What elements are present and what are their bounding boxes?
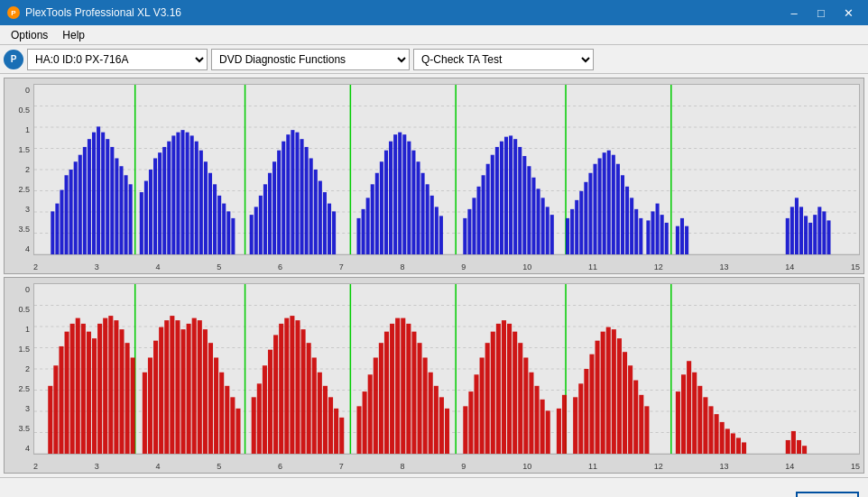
maximize-button[interactable]: □: [808, 4, 834, 22]
svg-rect-178: [153, 341, 158, 454]
title-bar-left: P PlexTools Professional XL V3.16: [7, 6, 181, 19]
svg-rect-173: [119, 329, 124, 454]
svg-rect-196: [263, 365, 267, 454]
drive-icon: P: [4, 50, 23, 69]
close-button[interactable]: ✕: [836, 4, 861, 22]
svg-rect-16: [60, 190, 63, 254]
svg-rect-265: [703, 397, 707, 454]
svg-rect-92: [467, 209, 471, 254]
svg-rect-51: [226, 211, 230, 254]
svg-rect-184: [187, 324, 191, 454]
svg-rect-264: [697, 386, 702, 454]
svg-rect-192: [230, 397, 235, 454]
svg-rect-243: [546, 410, 550, 454]
svg-rect-132: [665, 223, 669, 254]
svg-rect-121: [612, 155, 615, 254]
svg-rect-211: [356, 406, 361, 454]
svg-rect-182: [175, 320, 180, 454]
menu-options[interactable]: Options: [4, 27, 55, 43]
svg-rect-120: [607, 151, 611, 254]
svg-rect-59: [277, 151, 281, 254]
svg-rect-60: [282, 142, 285, 254]
start-button[interactable]: Start: [796, 492, 859, 497]
svg-rect-241: [534, 386, 539, 454]
svg-rect-170: [103, 318, 107, 454]
svg-rect-35: [153, 158, 157, 254]
svg-rect-29: [119, 166, 123, 254]
svg-rect-30: [125, 175, 128, 254]
svg-rect-220: [406, 324, 411, 454]
svg-rect-249: [589, 354, 594, 454]
svg-rect-47: [208, 173, 212, 254]
svg-rect-33: [144, 181, 148, 254]
svg-rect-236: [507, 324, 512, 454]
svg-rect-75: [371, 184, 374, 254]
svg-rect-172: [114, 320, 118, 454]
svg-rect-90: [439, 216, 443, 254]
svg-rect-174: [125, 343, 130, 454]
svg-rect-166: [81, 324, 86, 454]
menu-help[interactable]: Help: [55, 27, 92, 43]
top-chart-x-labels: 2 3 4 5 6 7 8 9 10 11 12 13 14 15: [33, 262, 860, 272]
svg-rect-218: [395, 318, 400, 454]
svg-rect-81: [398, 133, 402, 254]
svg-rect-222: [418, 343, 422, 454]
svg-rect-14: [51, 211, 54, 254]
svg-rect-119: [603, 152, 606, 254]
svg-rect-270: [731, 433, 735, 454]
function-select[interactable]: DVD Diagnostic Functions: [211, 49, 410, 70]
svg-rect-129: [651, 211, 654, 254]
svg-rect-191: [225, 386, 229, 454]
svg-rect-100: [504, 137, 508, 254]
svg-rect-19: [74, 161, 78, 254]
drive-select[interactable]: HA:0 ID:0 PX-716A: [27, 49, 208, 70]
svg-rect-276: [802, 446, 807, 454]
svg-rect-207: [323, 386, 328, 454]
svg-rect-221: [411, 332, 416, 454]
top-chart-y-labels: 4 3.5 3 2.5 2 1.5 1 0.5 0: [6, 84, 32, 255]
svg-rect-131: [660, 215, 664, 254]
svg-rect-242: [540, 400, 545, 454]
svg-rect-163: [65, 332, 69, 454]
svg-rect-40: [176, 133, 180, 254]
svg-rect-123: [621, 175, 624, 254]
svg-rect-82: [402, 134, 406, 254]
top-chart-svg: [34, 85, 859, 254]
svg-rect-271: [736, 437, 741, 454]
test-select[interactable]: Q-Check TA Test: [413, 49, 594, 70]
svg-rect-239: [523, 357, 528, 454]
svg-rect-99: [500, 142, 503, 254]
svg-rect-110: [550, 215, 554, 254]
svg-rect-21: [83, 147, 87, 254]
svg-rect-223: [423, 357, 428, 454]
svg-rect-118: [598, 158, 602, 254]
svg-rect-219: [401, 318, 405, 454]
svg-rect-238: [518, 343, 522, 454]
svg-rect-87: [426, 184, 429, 254]
bottom-panel: Jitter: 1 Peak Shift:: [0, 477, 868, 497]
svg-rect-88: [430, 196, 434, 254]
svg-rect-206: [318, 373, 322, 454]
svg-rect-73: [362, 209, 365, 254]
svg-rect-89: [435, 207, 439, 254]
toolbar: P HA:0 ID:0 PX-716A DVD Diagnostic Funct…: [0, 45, 868, 74]
svg-rect-114: [579, 191, 583, 254]
svg-rect-69: [323, 192, 327, 254]
svg-rect-213: [368, 374, 373, 454]
svg-rect-212: [363, 391, 367, 454]
svg-rect-108: [541, 198, 545, 254]
svg-rect-198: [273, 335, 278, 454]
top-chart-area: [33, 84, 860, 255]
svg-rect-201: [290, 316, 294, 454]
svg-rect-66: [309, 158, 313, 254]
svg-rect-266: [708, 406, 713, 454]
svg-rect-65: [305, 147, 309, 254]
svg-rect-97: [491, 155, 494, 254]
svg-rect-67: [314, 170, 318, 254]
minimize-button[interactable]: –: [781, 4, 807, 22]
svg-rect-39: [171, 135, 175, 254]
bottom-chart-y-labels: 4 3.5 3 2.5 2 1.5 1 0.5 0: [6, 283, 32, 455]
svg-rect-86: [421, 173, 425, 254]
svg-rect-107: [537, 189, 540, 254]
svg-rect-168: [92, 338, 97, 454]
